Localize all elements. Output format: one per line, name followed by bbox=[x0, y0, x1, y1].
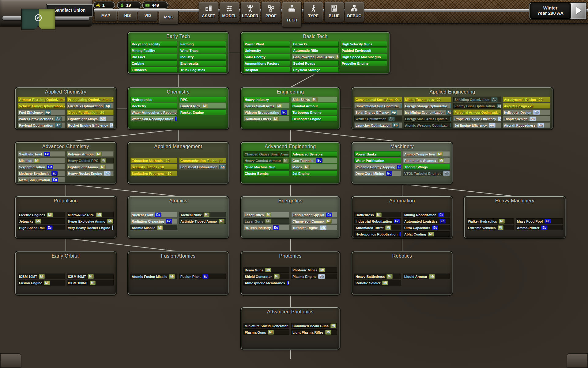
tech-item[interactable]: Tactical NukeMi bbox=[179, 212, 226, 217]
tech-item[interactable]: ICBM 10MTMi bbox=[18, 274, 65, 279]
tech-item[interactable]: Nuclear PlantEc bbox=[130, 212, 177, 217]
tech-item[interactable]: Atmospheric MembranesEc bbox=[243, 280, 289, 286]
tech-item[interactable]: Industrial RobotizationEc bbox=[354, 218, 401, 224]
tech-item[interactable]: Mining Techniques - 20 bbox=[404, 97, 452, 102]
tech-item[interactable]: Envirosuits bbox=[179, 60, 226, 66]
tech-item[interactable]: Jet Engine EfficiencyAir bbox=[453, 122, 501, 128]
tech-item[interactable]: Mining Facility bbox=[130, 48, 177, 53]
tech-item[interactable]: Energy Small Arms Optimiz.Ap bbox=[404, 116, 452, 121]
tab-prof[interactable]: PROF bbox=[261, 2, 281, 22]
tech-item[interactable]: SerpentinizationEc bbox=[18, 164, 65, 170]
tech-item[interactable]: Conventional Gun Optimiza.Ap bbox=[354, 103, 402, 109]
tech-item[interactable]: Radiation FiltersMi bbox=[243, 116, 289, 121]
tab-vid[interactable]: VID bbox=[138, 11, 157, 21]
tech-item[interactable]: Deep Core MiningEc bbox=[354, 171, 401, 176]
tab-tech[interactable]: TECH bbox=[282, 2, 302, 28]
tech-item[interactable]: Actinide Tipped AmmoMi bbox=[179, 218, 226, 224]
tech-item[interactable]: Physical Storage bbox=[292, 67, 338, 72]
tech-item[interactable]: Resonance ScannerMi bbox=[403, 158, 450, 163]
tech-item[interactable]: Industry bbox=[179, 54, 226, 59]
tech-item[interactable]: Hyper Explosive AmmoMi bbox=[67, 218, 114, 224]
tech-item[interactable]: Rocketry bbox=[130, 103, 177, 109]
tech-item[interactable]: ICBM 50MTMi bbox=[67, 274, 114, 279]
tech-item[interactable]: Carbine bbox=[130, 60, 177, 66]
tech-item[interactable]: High Velocity Guns bbox=[341, 41, 387, 47]
tech-item[interactable]: Water Detox MethodsAp bbox=[18, 116, 65, 121]
tech-item[interactable]: Micro-Nuke RPGMi bbox=[67, 212, 114, 217]
tech-item[interactable]: Shielding OptimizationAp bbox=[453, 97, 501, 102]
tech-item[interactable]: Echo Tracer Spy KitEc bbox=[291, 212, 337, 217]
tech-item[interactable]: Jet Engine bbox=[291, 171, 337, 176]
tab-type[interactable]: TYPE bbox=[303, 2, 323, 22]
tech-item[interactable]: Hydroponics bbox=[130, 97, 177, 102]
tech-item[interactable]: Chameleon CammoMi bbox=[291, 218, 337, 224]
tech-item[interactable]: Cross-Fertilization - 20 bbox=[67, 109, 114, 115]
tech-item[interactable]: Combat Armour bbox=[291, 103, 337, 109]
tech-item[interactable]: Automated TurretMi bbox=[354, 225, 401, 230]
tech-item[interactable]: Cluster Bombs bbox=[243, 171, 289, 176]
tech-item[interactable]: Ultra CapacitorsEc bbox=[403, 225, 450, 230]
tech-item[interactable]: Rocket Engine EfficiencyAir bbox=[67, 122, 114, 128]
tech-item[interactable]: High Speed Machinegun bbox=[341, 54, 387, 59]
tech-item[interactable]: Electric EnginesMi bbox=[18, 212, 65, 217]
tab-model[interactable]: MODEL bbox=[220, 2, 239, 22]
tech-item[interactable]: Heavy BattledressMi bbox=[354, 274, 401, 279]
tab-debug[interactable]: DEBUG bbox=[345, 2, 364, 22]
tech-item[interactable]: RPG bbox=[179, 97, 226, 102]
tech-item[interactable]: Extreme VehiclesMi bbox=[467, 225, 514, 230]
tech-item[interactable]: Ammo CompactionMi bbox=[403, 151, 450, 157]
tab-mng[interactable]: MNG bbox=[159, 11, 179, 24]
tech-item[interactable]: Metal Soil FiltrationEc bbox=[18, 177, 65, 182]
tech-item[interactable]: Thopter DesignAir bbox=[503, 116, 551, 121]
tech-item[interactable]: Advanced Sensors bbox=[291, 151, 337, 157]
tech-item[interactable]: Synthetic FuelEc bbox=[18, 151, 65, 157]
tech-item[interactable]: Photonic MinesMi bbox=[291, 267, 337, 273]
tech-item[interactable]: Hydroponics RobotizationEc bbox=[354, 231, 401, 237]
tab-leader[interactable]: LEADER bbox=[240, 2, 260, 22]
tech-item[interactable]: Aircraft Design - 20 bbox=[503, 103, 551, 109]
tech-item[interactable]: Security Tactics - 10 bbox=[130, 164, 177, 170]
tech-item[interactable]: Robotic SoldierMi bbox=[354, 280, 401, 286]
tech-item[interactable]: ICBM 100MTMi bbox=[67, 280, 114, 286]
tech-item[interactable]: University bbox=[243, 48, 290, 53]
tech-item[interactable]: Barracks bbox=[292, 41, 338, 47]
tech-item[interactable]: Launcher OptimizationAp bbox=[354, 122, 402, 128]
tech-item[interactable]: Light Plasma RiflesMi bbox=[291, 329, 337, 335]
tech-item[interactable]: Sealed Roads bbox=[292, 60, 338, 66]
tech-item[interactable]: Logistical OptimizationAp bbox=[179, 164, 226, 170]
tech-item[interactable]: Heavy Guided RPGMi bbox=[67, 158, 114, 163]
tech-item[interactable]: Laser GunsMi bbox=[243, 218, 289, 224]
tech-item[interactable]: Vehicle Armor Optimization - 10 bbox=[18, 103, 65, 109]
tech-item[interactable]: Geo TechnicsEc bbox=[291, 158, 337, 163]
tech-item[interactable]: Radiation CleansingEc bbox=[130, 218, 177, 224]
tech-item[interactable]: MissilesMi bbox=[18, 158, 65, 163]
tech-item[interactable]: Volcanic Energy TappingEc bbox=[354, 164, 401, 170]
tech-item[interactable]: Side SkirtsMi bbox=[291, 97, 337, 102]
tech-item[interactable]: Solar Energy EffiencyAp bbox=[354, 109, 402, 115]
tech-item[interactable]: Walker HydraulicsMi bbox=[467, 218, 514, 224]
tech-item[interactable]: Miniature Shield GeneratorMi bbox=[243, 323, 289, 328]
tech-item[interactable]: Vidcom BroadcastingEc bbox=[243, 109, 289, 115]
tech-item[interactable]: Water Atmospheric Recomp.Ec bbox=[130, 109, 177, 115]
tech-item[interactable]: Fusion EngineMi bbox=[18, 280, 65, 286]
tech-item[interactable]: Propeller Engine EfficiencyAir bbox=[453, 116, 501, 121]
tech-item[interactable]: Truck Logistics bbox=[179, 67, 226, 72]
tech-item[interactable]: Padded Envirosuit bbox=[341, 48, 387, 53]
tech-item[interactable]: Helicopter Engine bbox=[291, 116, 337, 121]
tech-item[interactable]: Prospecting Optimization - 20 bbox=[67, 97, 114, 102]
tech-item[interactable]: BattledressMi bbox=[354, 212, 401, 217]
tech-item[interactable]: Armour Piercing Optimizatio. - 10 bbox=[18, 97, 65, 102]
tech-item[interactable]: Ammunitions Factory bbox=[243, 60, 290, 66]
tech-item[interactable]: Sanitation Programs - 10 bbox=[130, 171, 177, 176]
tech-item[interactable]: Ammo-PrinterEc bbox=[516, 225, 563, 230]
tech-item[interactable]: Heavy Industry bbox=[243, 97, 289, 102]
play-button[interactable] bbox=[571, 2, 586, 19]
tech-item[interactable]: Rocket Engine bbox=[179, 109, 226, 115]
tech-item[interactable]: Lightweight AlloysAir bbox=[67, 116, 114, 121]
tech-item[interactable]: Aerodynamic Design - 20 bbox=[503, 97, 551, 102]
tech-item[interactable]: Liquid ArmourMi bbox=[403, 274, 450, 279]
tech-item[interactable]: MinesMi bbox=[291, 164, 337, 170]
tech-item[interactable]: Automatic Rifle bbox=[292, 48, 338, 53]
tech-item[interactable]: Conventional Small Arms O. - 20 bbox=[354, 97, 402, 102]
tech-item[interactable]: VTOL Turbojet EnginesAir bbox=[403, 171, 450, 176]
